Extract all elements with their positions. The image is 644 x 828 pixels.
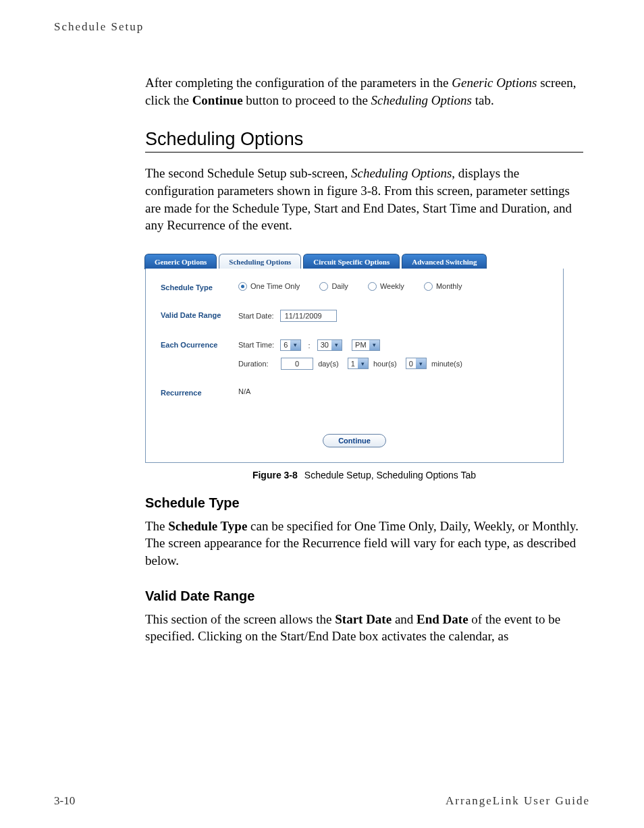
- intro-bold-continue: Continue: [192, 93, 243, 107]
- label-start-date: Start Date:: [238, 312, 274, 320]
- footer-page-number: 3-10: [54, 794, 75, 808]
- radio-one-time-only[interactable]: One Time Only: [238, 282, 300, 291]
- section-rule: [145, 152, 583, 153]
- input-duration-days[interactable]: 0: [281, 358, 313, 370]
- vdr-text-1: This section of the screen allows the: [145, 612, 335, 626]
- chevron-down-icon: ▾: [416, 358, 426, 368]
- select-duration-minutes[interactable]: 0 ▾: [406, 358, 427, 369]
- section-text-1: The second Schedule Setup sub-screen,: [145, 166, 351, 180]
- tabs-row: Generic Options Scheduling Options Circu…: [144, 253, 564, 269]
- figure-number: Figure 3-8: [252, 470, 298, 480]
- tab-advanced-switching[interactable]: Advanced Switching: [402, 254, 487, 269]
- intro-paragraph: After completing the configuration of th…: [145, 74, 583, 109]
- select-start-hour[interactable]: 6 ▾: [280, 339, 301, 351]
- chevron-down-icon: ▾: [290, 340, 300, 350]
- intro-text-1: After completing the configuration of th…: [145, 76, 452, 90]
- tab-scheduling-options[interactable]: Scheduling Options: [219, 254, 301, 269]
- footer-guide-title: ArrangeLink User Guide: [446, 794, 590, 808]
- subhead-schedule-type: Schedule Type: [145, 495, 583, 511]
- input-start-date[interactable]: 11/11/2009: [280, 310, 337, 322]
- row-each-occurrence: Each Ocurrence Start Time: 6 ▾ :: [161, 339, 548, 370]
- page-footer: 3-10 ArrangeLink User Guide: [54, 794, 590, 808]
- row-schedule-type: Schedule Type One Time Only Daily: [161, 282, 548, 292]
- figure-caption: Figure 3-8Schedule Setup, Scheduling Opt…: [145, 470, 583, 480]
- label-start-time: Start Time:: [238, 341, 274, 349]
- radio-weekly[interactable]: Weekly: [368, 282, 404, 291]
- radio-dot-icon: [424, 282, 433, 291]
- intro-text-4: tab.: [472, 93, 494, 107]
- section-paragraph: The second Schedule Setup sub-screen, Sc…: [145, 165, 583, 234]
- radio-label-daily: Daily: [331, 282, 348, 290]
- running-header: Schedule Setup: [54, 20, 590, 34]
- row-recurrence: Recurrence N/A: [161, 387, 548, 397]
- intro-italic-generic-options: Generic Options: [452, 76, 537, 90]
- select-am-pm[interactable]: PM ▾: [352, 339, 380, 351]
- time-colon: :: [308, 341, 311, 349]
- screenshot-panel: Schedule Type One Time Only Daily: [145, 269, 564, 463]
- section-italic-scheduling-options: Scheduling Options: [351, 166, 452, 180]
- select-value-hours: 1: [351, 360, 355, 368]
- label-valid-date-range: Valid Date Range: [161, 310, 238, 319]
- select-value-minute: 30: [321, 341, 329, 349]
- chevron-down-icon: ▾: [331, 340, 342, 350]
- select-start-minute[interactable]: 30 ▾: [317, 339, 342, 351]
- radio-dot-icon: [238, 282, 247, 291]
- unit-days: day(s): [318, 360, 339, 368]
- label-duration: Duration:: [238, 360, 275, 368]
- tab-generic-options[interactable]: Generic Options: [144, 254, 217, 269]
- vdr-bold-start: Start Date: [335, 612, 392, 626]
- chevron-down-icon: ▾: [369, 340, 379, 350]
- radio-monthly[interactable]: Monthly: [424, 282, 462, 291]
- select-value-hour: 6: [284, 341, 288, 349]
- label-each-occurrence: Each Ocurrence: [161, 339, 238, 349]
- label-recurrence: Recurrence: [161, 387, 238, 397]
- unit-minutes: minute(s): [431, 360, 462, 368]
- figure-screenshot-wrap: Generic Options Scheduling Options Circu…: [145, 253, 583, 480]
- vdr-bold-end: End Date: [417, 612, 468, 626]
- radio-dot-icon: [368, 282, 377, 291]
- row-valid-date-range: Valid Date Range Start Date: 11/11/2009: [161, 310, 548, 322]
- unit-hours: hour(s): [373, 360, 397, 368]
- intro-italic-scheduling-options: Scheduling Options: [371, 93, 472, 107]
- chevron-down-icon: ▾: [358, 358, 368, 368]
- vdr-text-2: and: [392, 612, 417, 626]
- para-valid-date-range: This section of the screen allows the St…: [145, 611, 583, 645]
- radio-daily[interactable]: Daily: [319, 282, 348, 291]
- continue-button[interactable]: Continue: [323, 434, 386, 447]
- select-duration-hours[interactable]: 1 ▾: [348, 358, 369, 369]
- radio-dot-icon: [319, 282, 328, 291]
- radio-label-monthly: Monthly: [436, 282, 462, 290]
- select-value-minutes: 0: [409, 360, 413, 368]
- label-schedule-type: Schedule Type: [161, 282, 238, 292]
- st-text-1: The: [145, 519, 168, 533]
- subhead-valid-date-range: Valid Date Range: [145, 588, 583, 604]
- value-recurrence: N/A: [238, 387, 250, 395]
- tab-circuit-specific-options[interactable]: Circuit Specific Options: [303, 254, 400, 269]
- figure-caption-text: Schedule Setup, Scheduling Options Tab: [304, 470, 476, 480]
- intro-text-3: button to proceed to the: [243, 93, 371, 107]
- select-value-ampm: PM: [355, 341, 367, 349]
- radio-label-weekly: Weekly: [380, 282, 404, 290]
- st-bold: Schedule Type: [168, 519, 247, 533]
- para-schedule-type: The Schedule Type can be specified for O…: [145, 518, 583, 570]
- radio-label-one-time: One Time Only: [250, 282, 300, 290]
- section-title-scheduling-options: Scheduling Options: [145, 129, 583, 150]
